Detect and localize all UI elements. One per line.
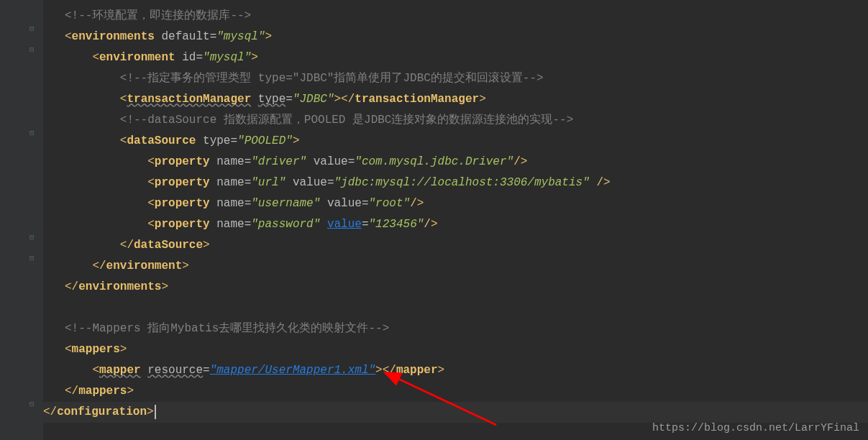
- code-line: <!--Mappers 指向Mybatis去哪里找持久化类的映射文件-->: [43, 318, 868, 339]
- text-cursor: [155, 405, 156, 419]
- fold-icon[interactable]: ⊟: [27, 255, 36, 263]
- tag-configuration: configuration: [57, 405, 147, 418]
- fold-icon[interactable]: ⊟: [27, 400, 36, 409]
- fold-icon[interactable]: ⊟: [27, 25, 36, 34]
- fold-icon[interactable]: ⊟: [27, 234, 36, 242]
- tag-transactionManager: transactionManager: [127, 93, 251, 106]
- code-line: [43, 298, 868, 318]
- tag-environments: environments: [72, 30, 155, 43]
- fold-icon[interactable]: ⊟: [27, 129, 36, 138]
- tag-environment: environment: [99, 51, 175, 64]
- code-line: <!--指定事务的管理类型 type="JDBC"指简单使用了JDBC的提交和回…: [43, 68, 868, 89]
- code-line: </mappers>: [43, 381, 868, 402]
- xml-comment: <!--环境配置，即连接的数据库-->: [65, 9, 251, 22]
- code-line: <environment id="mysql">: [43, 47, 868, 68]
- code-line: <mapper resource="mapper/UserMapper1.xml…: [43, 360, 868, 381]
- code-line-highlighted: </configuration>: [43, 402, 868, 423]
- watermark: https://blog.csdn.net/LarrYFinal: [652, 422, 859, 434]
- xml-comment: <!--dataSource 指数据源配置，POOLED 是JDBC连接对象的数…: [120, 114, 573, 127]
- code-line: <!--dataSource 指数据源配置，POOLED 是JDBC连接对象的数…: [43, 110, 868, 131]
- xml-comment: <!--指定事务的管理类型 type="JDBC"指简单使用了JDBC的提交和回…: [120, 72, 544, 85]
- tag-dataSource: dataSource: [127, 134, 196, 147]
- code-line: </dataSource>: [43, 235, 868, 256]
- fold-icon[interactable]: ⊟: [27, 46, 36, 55]
- gutter: ⊟ ⊟ ⊟ ⊟ ⊟ ⊟: [0, 0, 43, 440]
- code-editor[interactable]: ⊟ ⊟ ⊟ ⊟ ⊟ ⊟ <!--环境配置，即连接的数据库--> <environ…: [0, 0, 868, 440]
- tag-property: property: [155, 197, 210, 210]
- tag-mappers: mappers: [72, 343, 120, 356]
- code-line: </environments>: [43, 277, 868, 298]
- xml-comment: <!--Mappers 指向Mybatis去哪里找持久化类的映射文件-->: [65, 322, 389, 335]
- tag-property: property: [155, 155, 210, 168]
- code-area[interactable]: <!--环境配置，即连接的数据库--> <environments defaul…: [43, 0, 868, 440]
- code-line: <property name="username" value="root"/>: [43, 193, 868, 214]
- code-line: <property name="url" value="jdbc:mysql:/…: [43, 173, 868, 193]
- code-line: <transactionManager type="JDBC"></transa…: [43, 89, 868, 110]
- code-line: <environments default="mysql">: [43, 27, 868, 47]
- code-line: <dataSource type="POOLED">: [43, 131, 868, 152]
- tag-property: property: [155, 218, 210, 231]
- code-line: <property name="password" value="123456"…: [43, 214, 868, 235]
- code-line: <mappers>: [43, 339, 868, 360]
- code-line: <property name="driver" value="com.mysql…: [43, 152, 868, 173]
- code-line: </environment>: [43, 256, 868, 277]
- tag-property: property: [155, 176, 210, 189]
- tag-mapper: mapper: [99, 364, 141, 377]
- code-line: <!--环境配置，即连接的数据库-->: [43, 6, 868, 27]
